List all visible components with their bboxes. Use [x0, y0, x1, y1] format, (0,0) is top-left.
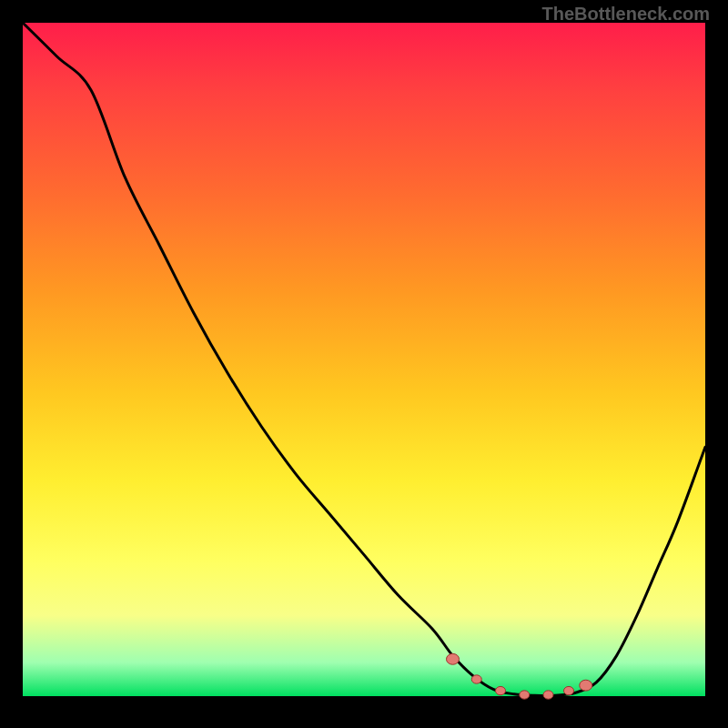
- curve-marker: [564, 686, 574, 694]
- chart-area: [23, 23, 705, 696]
- curve-marker: [543, 691, 553, 699]
- bottleneck-curve: [23, 23, 705, 696]
- curve-marker: [580, 680, 592, 691]
- curve-marker: [471, 675, 481, 683]
- curve-marker: [447, 653, 460, 664]
- curve-marker: [496, 686, 506, 694]
- watermark-text: TheBottleneck.com: [542, 4, 710, 25]
- bottleneck-curve-svg: [23, 23, 705, 696]
- curve-markers: [447, 653, 592, 699]
- curve-marker: [520, 691, 530, 699]
